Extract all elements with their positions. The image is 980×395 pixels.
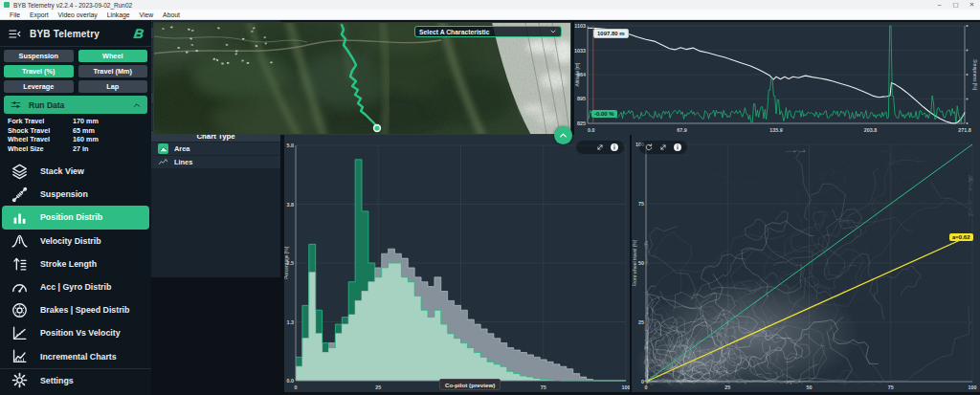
menu-view[interactable]: View xyxy=(139,11,153,18)
svg-text:75: 75 xyxy=(638,201,644,207)
altitude-chart-panel: 110310339648958250.067.9135.9203.8271.8A… xyxy=(574,22,980,135)
expand-icon[interactable] xyxy=(658,143,668,152)
info-icon[interactable] xyxy=(610,143,619,152)
window-title: BYB Telemetry v2.2.4 - 2023-09-02_Run02 xyxy=(13,2,132,9)
sidebar-item-suspension[interactable]: Suspension xyxy=(0,183,151,206)
maximize-button[interactable]: ▢ xyxy=(947,0,964,10)
svg-text:100: 100 xyxy=(969,384,977,390)
front-vs-rear-travel-chart[interactable]: 02550751000255075100Rear wheel travel (%… xyxy=(632,135,980,392)
copilot-preview-badge: Co-pilot (preview) xyxy=(439,379,501,390)
svg-text:135.9: 135.9 xyxy=(769,127,783,133)
chevron-down-icon xyxy=(549,28,557,35)
sidebar-item-label: Acc | Gyro Distrib xyxy=(40,282,111,292)
close-button[interactable]: ✕ xyxy=(964,0,980,10)
run-data-label: Wheel Size xyxy=(8,144,44,153)
characteristic-dropdown[interactable]: Select A Characteristic xyxy=(414,26,562,37)
menu-video-overlay[interactable]: Video overlay xyxy=(58,11,98,18)
sidebar: BYB Telemetry B SuspensionWheelTravel (%… xyxy=(0,20,151,395)
sidebar-item-label: Settings xyxy=(40,376,74,385)
disable-icon[interactable]: undefined xyxy=(581,143,590,152)
sidebar-item-label: Suspension xyxy=(40,189,88,199)
bell-curve-icon xyxy=(11,231,29,250)
svg-text:1.3: 1.3 xyxy=(287,319,295,325)
svg-text:75: 75 xyxy=(541,384,546,390)
toggle-leverage[interactable]: Leverage xyxy=(4,80,74,93)
sidebar-item-acc-gyro-distrib[interactable]: Acc | Gyro Distrib xyxy=(0,275,151,298)
toggle-suspension[interactable]: Suspension xyxy=(4,50,74,62)
run-data-title: Run Data xyxy=(29,100,64,110)
content-area: Select A Characteristic 1103103396489582… xyxy=(151,20,980,395)
stroke-length-icon xyxy=(11,254,29,273)
scatter-toolbar xyxy=(639,141,687,154)
svg-text:100: 100 xyxy=(622,384,631,390)
sidebar-item-label: Stack View xyxy=(40,166,84,176)
info-icon[interactable] xyxy=(673,143,682,152)
app-title: BYB Telemetry xyxy=(30,29,100,39)
run-data-rows: Fork Travel170 mmShock Travel65 mmWheel … xyxy=(0,117,151,153)
sidebar-item-settings[interactable]: Settings xyxy=(0,368,151,392)
area-chart-icon xyxy=(151,143,174,154)
svg-text:203.8: 203.8 xyxy=(864,127,878,133)
position-distribution-chart[interactable]: 5.03.82.51.30.00255075100Percentage [%] xyxy=(284,135,630,392)
collapse-map-button[interactable] xyxy=(554,126,572,144)
lines-chart-icon xyxy=(151,157,174,167)
svg-text:25: 25 xyxy=(375,384,381,390)
toggle-wheel[interactable]: Wheel xyxy=(78,50,148,62)
svg-text:0: 0 xyxy=(295,384,298,390)
run-data-row-fork-travel: Fork Travel170 mm xyxy=(0,117,151,126)
run-data-label: Fork Travel xyxy=(8,117,44,125)
minimize-button[interactable]: – xyxy=(931,0,947,10)
sidebar-item-brakes-speed-distrib[interactable]: Brakes | Speed Distrib xyxy=(0,298,151,321)
run-data-row-shock-travel: Shock Travel65 mm xyxy=(0,126,151,136)
menu-linkage[interactable]: Linkage xyxy=(107,11,130,18)
sidebar-item-position-vs-velocity[interactable]: Position Vs Velocity xyxy=(0,321,151,344)
satellite-map[interactable] xyxy=(154,23,570,134)
toggle-travel[interactable]: Travel (%) xyxy=(4,65,74,77)
chevron-up-icon xyxy=(558,130,568,141)
shock-icon xyxy=(11,186,29,204)
histogram-panel: 5.03.82.51.30.00255075100Percentage [%] … xyxy=(284,135,630,392)
sidebar-item-stroke-length[interactable]: Stroke Length xyxy=(0,252,151,275)
sidebar-item-incremental-charts[interactable]: Incremental Charts xyxy=(0,345,151,368)
run-data-row-wheel-travel: Wheel Travel160 mm xyxy=(0,135,151,144)
histogram-toolbar: undefined xyxy=(576,141,624,154)
svg-text:3.8: 3.8 xyxy=(287,202,295,208)
map-panel: Select A Characteristic xyxy=(153,22,571,135)
toggle-lap[interactable]: Lap xyxy=(78,80,148,93)
svg-text:Steepness [%]: Steepness [%] xyxy=(972,59,978,91)
control-chart-type-area[interactable]: Area xyxy=(151,143,280,156)
pos-vs-vel-icon xyxy=(11,324,29,342)
svg-text:Rear wheel travel (%): Rear wheel travel (%) xyxy=(783,391,835,393)
sidebar-item-label: Position Distrib xyxy=(40,212,102,222)
menu-file[interactable]: File xyxy=(10,11,20,18)
svg-text:271.8: 271.8 xyxy=(958,127,971,133)
sidebar-nav: Stack ViewSuspensionPosition DistribVelo… xyxy=(0,160,151,392)
sidebar-item-position-distrib[interactable]: Position Distrib xyxy=(2,206,149,229)
control-chart-type-lines[interactable]: Lines xyxy=(151,156,280,169)
scatter-panel: 02550751000255075100Rear wheel travel (%… xyxy=(632,135,980,392)
expand-icon[interactable] xyxy=(595,143,605,152)
altitude-chart[interactable]: 110310339648958250.067.9135.9203.8271.8A… xyxy=(574,22,980,135)
svg-text:50: 50 xyxy=(807,384,813,390)
characteristic-dropdown-label: Select A Characteristic xyxy=(419,29,490,35)
svg-text:1103: 1103 xyxy=(574,23,586,29)
gauge-icon xyxy=(11,278,29,296)
run-data-value: 170 mm xyxy=(73,117,99,125)
toggle-travel-mm[interactable]: Travel (Mm) xyxy=(78,65,148,77)
svg-text:825: 825 xyxy=(577,121,586,126)
svg-text:50: 50 xyxy=(638,260,644,266)
hamburger-menu-icon[interactable] xyxy=(8,27,22,41)
sidebar-item-stack-view[interactable]: Stack View xyxy=(0,160,151,183)
sidebar-item-velocity-distrib[interactable]: Velocity Distrib xyxy=(0,230,151,252)
mode-toggle-group: SuspensionWheelTravel (%)Travel (Mm)Leve… xyxy=(4,50,147,93)
svg-text:0.0: 0.0 xyxy=(588,127,595,133)
sliders-icon xyxy=(10,99,22,111)
run-data-header[interactable]: Run Data xyxy=(4,96,147,114)
svg-text:0.0: 0.0 xyxy=(287,378,295,384)
run-data-value: 160 mm xyxy=(73,135,99,143)
refresh-icon[interactable] xyxy=(644,143,654,152)
menu-about[interactable]: About xyxy=(163,11,180,18)
run-data-value: 27 in xyxy=(73,144,88,153)
menu-export[interactable]: Export xyxy=(30,11,49,18)
run-data-label: Wheel Travel xyxy=(8,135,50,143)
